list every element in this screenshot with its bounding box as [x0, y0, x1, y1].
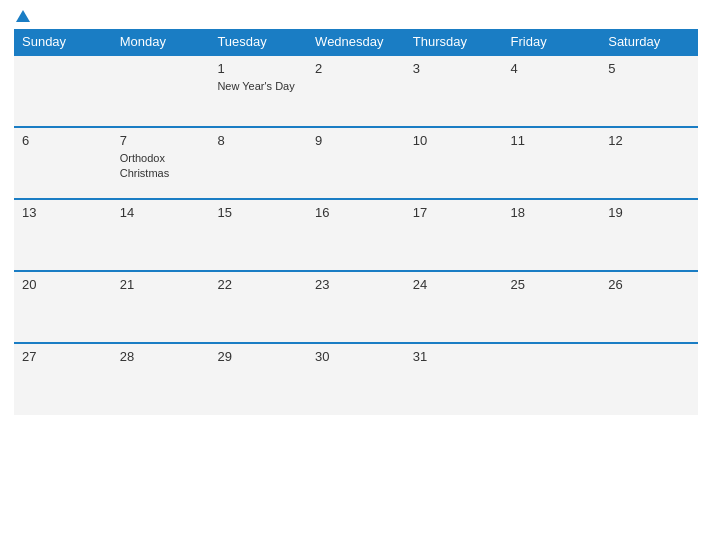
calendar-cell: 21: [112, 271, 210, 343]
weekday-header-saturday: Saturday: [600, 29, 698, 55]
calendar-cell: 19: [600, 199, 698, 271]
week-row-5: 2728293031: [14, 343, 698, 415]
day-number: 20: [22, 277, 108, 292]
calendar-cell: 31: [405, 343, 503, 415]
calendar-cell: 11: [503, 127, 601, 199]
weekday-header-wednesday: Wednesday: [307, 29, 405, 55]
day-number: 25: [511, 277, 597, 292]
day-number: 16: [315, 205, 401, 220]
calendar-cell: 4: [503, 55, 601, 127]
calendar-cell: 25: [503, 271, 601, 343]
day-number: 8: [217, 133, 303, 148]
weekday-header-thursday: Thursday: [405, 29, 503, 55]
day-number: 23: [315, 277, 401, 292]
calendar-cell: 12: [600, 127, 698, 199]
logo: [14, 10, 30, 23]
weekday-header-friday: Friday: [503, 29, 601, 55]
day-number: 21: [120, 277, 206, 292]
weekday-header-row: SundayMondayTuesdayWednesdayThursdayFrid…: [14, 29, 698, 55]
calendar-cell: 27: [14, 343, 112, 415]
week-row-4: 20212223242526: [14, 271, 698, 343]
calendar-cell: 3: [405, 55, 503, 127]
day-number: 13: [22, 205, 108, 220]
calendar-cell: 20: [14, 271, 112, 343]
calendar-cell: 30: [307, 343, 405, 415]
day-number: 3: [413, 61, 499, 76]
calendar-cell: [503, 343, 601, 415]
calendar-cell: 18: [503, 199, 601, 271]
calendar-cell: [600, 343, 698, 415]
day-number: 2: [315, 61, 401, 76]
week-row-1: 1New Year's Day2345: [14, 55, 698, 127]
day-number: 30: [315, 349, 401, 364]
day-number: 10: [413, 133, 499, 148]
calendar-cell: 10: [405, 127, 503, 199]
calendar-wrapper: SundayMondayTuesdayWednesdayThursdayFrid…: [0, 0, 712, 550]
day-number: 7: [120, 133, 206, 148]
day-number: 14: [120, 205, 206, 220]
day-number: 1: [217, 61, 303, 76]
day-number: 27: [22, 349, 108, 364]
logo-triangle-icon: [16, 10, 30, 22]
calendar-cell: 26: [600, 271, 698, 343]
day-number: 18: [511, 205, 597, 220]
calendar-cell: 15: [209, 199, 307, 271]
calendar-table: SundayMondayTuesdayWednesdayThursdayFrid…: [14, 29, 698, 415]
day-number: 9: [315, 133, 401, 148]
day-number: 19: [608, 205, 694, 220]
weekday-header-monday: Monday: [112, 29, 210, 55]
day-number: 6: [22, 133, 108, 148]
calendar-cell: 23: [307, 271, 405, 343]
day-number: 4: [511, 61, 597, 76]
calendar-header: [14, 10, 698, 23]
calendar-cell: 9: [307, 127, 405, 199]
day-number: 11: [511, 133, 597, 148]
day-number: 17: [413, 205, 499, 220]
calendar-cell: [14, 55, 112, 127]
day-number: 22: [217, 277, 303, 292]
day-number: 5: [608, 61, 694, 76]
calendar-cell: 29: [209, 343, 307, 415]
day-number: 26: [608, 277, 694, 292]
day-number: 12: [608, 133, 694, 148]
day-number: 28: [120, 349, 206, 364]
calendar-cell: 5: [600, 55, 698, 127]
day-number: 31: [413, 349, 499, 364]
day-number: 24: [413, 277, 499, 292]
calendar-cell: 2: [307, 55, 405, 127]
calendar-cell: 6: [14, 127, 112, 199]
calendar-cell: 24: [405, 271, 503, 343]
weekday-header-sunday: Sunday: [14, 29, 112, 55]
week-row-2: 67Orthodox Christmas89101112: [14, 127, 698, 199]
calendar-cell: 8: [209, 127, 307, 199]
event-label: Orthodox Christmas: [120, 152, 170, 179]
calendar-cell: 22: [209, 271, 307, 343]
weekday-header-tuesday: Tuesday: [209, 29, 307, 55]
calendar-cell: 17: [405, 199, 503, 271]
calendar-cell: 7Orthodox Christmas: [112, 127, 210, 199]
day-number: 15: [217, 205, 303, 220]
day-number: 29: [217, 349, 303, 364]
event-label: New Year's Day: [217, 80, 294, 92]
calendar-cell: 14: [112, 199, 210, 271]
calendar-cell: [112, 55, 210, 127]
calendar-cell: 13: [14, 199, 112, 271]
week-row-3: 13141516171819: [14, 199, 698, 271]
calendar-cell: 1New Year's Day: [209, 55, 307, 127]
calendar-cell: 16: [307, 199, 405, 271]
calendar-cell: 28: [112, 343, 210, 415]
